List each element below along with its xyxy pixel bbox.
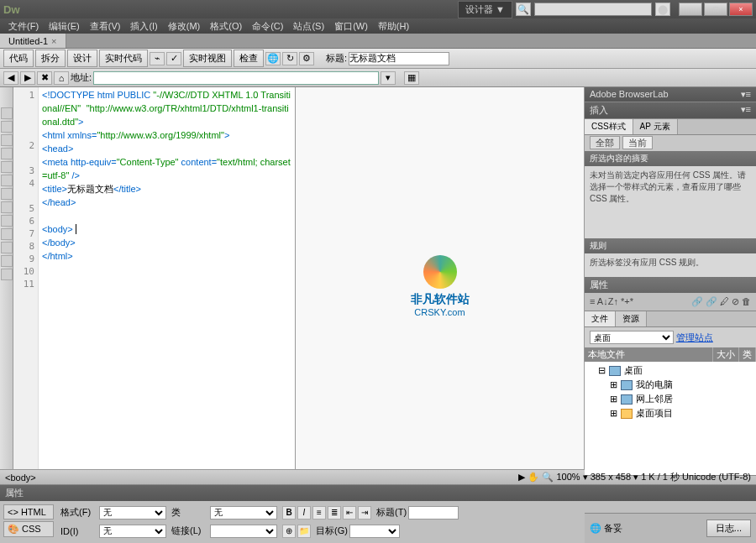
design-view[interactable]: 非凡软件站 CRSKY.com — [296, 87, 585, 469]
vtool-icon[interactable] — [1, 228, 13, 240]
forward-icon[interactable]: ▶ — [20, 71, 35, 85]
watermark-text: 非凡软件站 — [411, 292, 470, 307]
vtool-icon[interactable] — [1, 201, 13, 213]
log-button[interactable]: 日志... — [706, 520, 751, 537]
list-ol-icon[interactable]: ≣ — [328, 506, 341, 520]
globe-icon[interactable]: 🌐 — [265, 52, 281, 65]
address-input[interactable] — [93, 71, 379, 85]
menu-help[interactable]: 帮助(H) — [373, 18, 414, 34]
vtool-icon[interactable] — [1, 215, 13, 227]
tab-close-icon[interactable]: × — [51, 36, 56, 46]
css-current-button[interactable]: 当前 — [622, 136, 653, 149]
menu-edit[interactable]: 编辑(E) — [44, 18, 85, 34]
refresh-icon[interactable]: ↻ — [282, 52, 297, 65]
tree-item[interactable]: ⊟ 桌面 — [586, 363, 754, 378]
menu-modify[interactable]: 修改(M) — [163, 18, 206, 34]
maximize-button[interactable]: □ — [704, 3, 727, 16]
list-ul-icon[interactable]: ≡ — [312, 506, 326, 520]
panel-toggle-icon[interactable]: ▦ — [404, 71, 419, 85]
right-panels: Adobe BrowserLab▾≡ 插入▾≡ CSS样式 AP 元素 全部 当… — [585, 87, 756, 469]
menu-command[interactable]: 命令(C) — [247, 18, 288, 34]
address-bar: ◀ ▶ ✖ ⌂ 地址: ▾ ▦ — [0, 69, 756, 87]
menu-file[interactable]: 文件(F) — [3, 18, 44, 34]
code-view-button[interactable]: 代码 — [3, 50, 34, 67]
vtool-icon[interactable] — [1, 107, 13, 119]
code-editor[interactable]: <!DOCTYPE html PUBLIC "-//W3C//DTD XHTML… — [39, 87, 295, 469]
html-mode-button[interactable]: <> HTML — [3, 504, 54, 520]
browserlab-panel-head[interactable]: Adobe BrowserLab▾≡ — [585, 87, 756, 102]
site-selector[interactable]: 桌面 — [590, 331, 674, 344]
home-icon[interactable]: ⌂ — [54, 71, 69, 85]
status-info: ▶ ✋ 🔍 100% ▾ 385 x 458 ▾ 1 K / 1 秒 Unico… — [518, 471, 751, 483]
watermark: 非凡软件站 CRSKY.com — [411, 255, 470, 317]
summary-body: 未对当前选定内容应用任何 CSS 属性。请选择一个带样式的元素，查看应用了哪些 … — [585, 166, 756, 238]
class-select[interactable]: 无 — [210, 506, 277, 520]
vtool-icon[interactable] — [1, 134, 13, 146]
search-icon[interactable]: 🔍 — [516, 3, 531, 16]
insert-panel-head[interactable]: 插入▾≡ — [585, 102, 756, 118]
live-code-button[interactable]: 实时代码 — [99, 50, 148, 67]
panel-menu-icon[interactable]: ▾≡ — [741, 104, 751, 117]
manage-sites-link[interactable]: 管理站点 — [676, 332, 713, 342]
tag-selector[interactable]: <body> — [5, 473, 36, 483]
cslive-icon[interactable]: ⬤ — [655, 3, 670, 16]
stop-icon[interactable]: ✖ — [37, 71, 52, 85]
menu-format[interactable]: 格式(O) — [205, 18, 247, 34]
properties-head[interactable]: 属性 — [0, 485, 756, 501]
css-styles-tab[interactable]: CSS样式 — [585, 119, 633, 134]
search-input[interactable] — [534, 3, 652, 16]
browse-icon[interactable]: 📁 — [297, 525, 311, 538]
document-title-input[interactable] — [349, 52, 449, 65]
ap-elements-tab[interactable]: AP 元素 — [633, 119, 678, 134]
tree-item[interactable]: ⊞ 网上邻居 — [586, 392, 754, 406]
outdent-icon[interactable]: ⇤ — [343, 506, 356, 520]
vtool-icon[interactable] — [1, 175, 13, 186]
inspect-button[interactable]: 检查 — [234, 50, 264, 67]
css-props-toolbar: ≡ A↓Z↑ *+* 🔗 🔗 🖊 ⊘ 🗑 — [585, 293, 756, 311]
menubar: 文件(F) 编辑(E) 查看(V) 插入(I) 修改(M) 格式(O) 命令(C… — [0, 18, 756, 34]
menu-view[interactable]: 查看(V) — [85, 18, 126, 34]
link-point-icon[interactable]: ⊕ — [282, 525, 296, 538]
tree-item[interactable]: ⊞ 我的电脑 — [586, 378, 754, 392]
close-button[interactable]: × — [729, 3, 753, 16]
go-icon[interactable]: ▾ — [381, 71, 396, 85]
bold-button[interactable]: B — [282, 506, 296, 520]
vtool-icon[interactable] — [1, 269, 13, 280]
assets-tab[interactable]: 资源 — [616, 311, 647, 326]
tree-item[interactable]: ⊞ 桌面项目 — [586, 406, 754, 420]
tool-icon[interactable]: ⌁ — [150, 52, 165, 65]
files-tree[interactable]: ⊟ 桌面 ⊞ 我的电脑 ⊞ 网上邻居 ⊞ 桌面项目 — [585, 362, 756, 475]
format-select[interactable]: 无 — [99, 506, 166, 520]
vtool-icon[interactable] — [1, 121, 13, 133]
document-tab[interactable]: Untitled-1 × — [0, 34, 66, 48]
minimize-button[interactable]: — — [679, 3, 702, 16]
rules-body: 所选标签没有应用 CSS 规则。 — [585, 253, 756, 277]
files-tab[interactable]: 文件 — [585, 311, 616, 326]
workspace-switcher[interactable]: 设计器 ▼ — [458, 1, 512, 18]
target-select[interactable] — [349, 525, 400, 538]
italic-button[interactable]: I — [297, 506, 311, 520]
vtool-icon[interactable] — [1, 148, 13, 159]
id-select[interactable]: 无 — [99, 525, 166, 538]
vtool-icon[interactable] — [1, 161, 13, 173]
split-view-button[interactable]: 拆分 — [35, 50, 66, 67]
panel-menu-icon[interactable]: ▾≡ — [741, 89, 751, 100]
title-input[interactable] — [408, 506, 459, 520]
back-icon[interactable]: ◀ — [3, 71, 18, 85]
css-action-icons[interactable]: 🔗 🔗 🖊 ⊘ 🗑 — [691, 296, 751, 307]
live-view-button[interactable]: 实时视图 — [183, 50, 232, 67]
vtool-icon[interactable] — [1, 255, 13, 267]
tool-icon[interactable]: ✓ — [166, 52, 181, 65]
css-all-button[interactable]: 全部 — [590, 136, 620, 149]
menu-window[interactable]: 窗口(W) — [329, 18, 373, 34]
menu-site[interactable]: 站点(S) — [288, 18, 329, 34]
link-select[interactable] — [210, 525, 277, 538]
watermark-logo-icon — [423, 255, 457, 289]
vtool-icon[interactable] — [1, 188, 13, 200]
design-view-button[interactable]: 设计 — [67, 50, 97, 67]
vtool-icon[interactable] — [1, 242, 13, 253]
indent-icon[interactable]: ⇥ — [358, 506, 371, 520]
tool-icon[interactable]: ⚙ — [299, 52, 314, 65]
menu-insert[interactable]: 插入(I) — [125, 18, 162, 34]
css-mode-button[interactable]: 🎨 CSS — [3, 521, 54, 537]
